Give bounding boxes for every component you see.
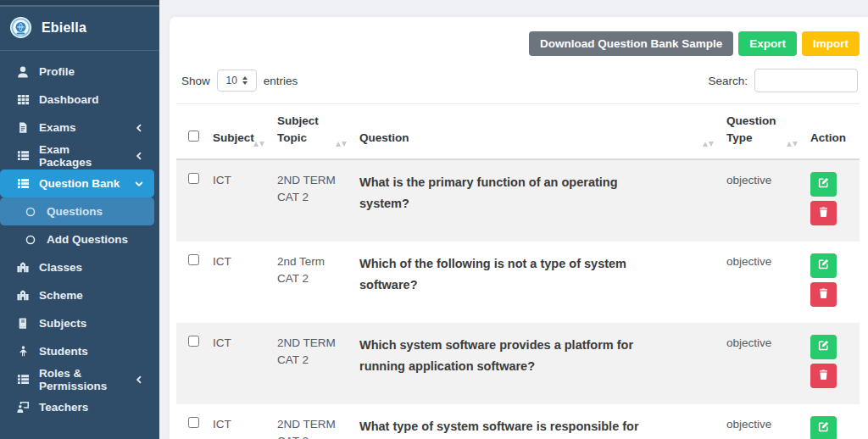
list-icon <box>16 149 30 163</box>
sidebar-item-teachers[interactable]: Teachers <box>0 393 154 421</box>
main-content: Download Question Bank Sample Export Imp… <box>159 0 868 439</box>
page-size-select[interactable]: 10 <box>217 69 257 92</box>
search-input[interactable] <box>754 69 858 92</box>
table-row: ICT 2ND TERM CAT 2 What type of system s… <box>176 404 860 439</box>
sidebar-item-profile[interactable]: Profile <box>0 58 154 86</box>
list-icon <box>16 177 30 191</box>
edit-icon <box>817 339 830 354</box>
circle-icon <box>24 233 37 247</box>
table-row: ICT 2nd Term CAT 2 Which of the followin… <box>176 242 860 323</box>
book-icon <box>16 317 30 331</box>
select-all-checkbox[interactable] <box>188 131 199 142</box>
search: Search: <box>708 69 858 92</box>
question-bank-card: Download Question Bank Sample Export Imp… <box>170 17 868 439</box>
export-button[interactable]: Export <box>738 31 797 56</box>
sidebar-item-label: Questions <box>47 205 103 218</box>
download-question-bank-sample-button[interactable]: Download Question Bank Sample <box>529 31 733 56</box>
file-icon <box>16 121 30 135</box>
edit-button[interactable] <box>810 253 837 278</box>
select-arrows-icon <box>242 76 248 85</box>
brand-name: Ebiella <box>42 20 86 36</box>
cell-subject: ICT <box>206 404 270 439</box>
sort-icon <box>787 142 798 147</box>
sidebar-item-add-questions[interactable]: Add Questions <box>0 225 154 253</box>
chevron-left-icon <box>134 375 144 385</box>
edit-icon <box>817 258 830 273</box>
sort-icon <box>336 142 347 147</box>
cell-question: What is the primary function of an opera… <box>353 159 720 242</box>
sidebar-nav: Profile Dashboard Exams Exam Packages <box>0 51 159 439</box>
school-icon <box>16 289 30 303</box>
cell-subject: ICT <box>206 323 270 404</box>
sidebar-item-dashboard[interactable]: Dashboard <box>0 86 154 114</box>
cell-question: Which system software provides a platfor… <box>353 323 720 404</box>
sidebar-item-label: Dashboard <box>39 93 99 106</box>
cell-question: What type of system software is responsi… <box>353 404 720 439</box>
sidebar-item-exam-packages[interactable]: Exam Packages <box>0 142 154 169</box>
sidebar-item-label: Scheme <box>39 289 83 302</box>
sidebar-item-label: Classes <box>39 261 82 274</box>
header-subject-topic[interactable]: Subject Topic <box>270 104 353 159</box>
page-size-value: 10 <box>226 75 237 86</box>
import-button[interactable]: Import <box>802 31 860 56</box>
edit-button[interactable] <box>810 335 837 359</box>
table-row: ICT 2ND TERM CAT 2 Which system software… <box>176 323 860 404</box>
brand[interactable]: Ebiella <box>0 7 159 51</box>
row-checkbox[interactable] <box>188 336 199 347</box>
entries-label: entries <box>264 75 298 87</box>
sidebar-item-subjects[interactable]: Subjects <box>0 309 154 337</box>
delete-button[interactable] <box>810 201 837 225</box>
cell-subject-topic: 2ND TERM CAT 2 <box>270 323 353 404</box>
cell-question-type: objective <box>720 323 804 404</box>
cell-subject-topic: 2nd Term CAT 2 <box>270 242 353 323</box>
cell-question-type: objective <box>720 242 804 323</box>
trash-icon <box>818 206 829 220</box>
sidebar-item-label: Add Questions <box>47 233 128 246</box>
user-icon <box>16 65 30 79</box>
sidebar-item-students[interactable]: Students <box>0 337 154 365</box>
child-icon <box>16 345 30 358</box>
circle-icon <box>24 205 37 219</box>
header-question-type[interactable]: Question Type <box>720 104 804 159</box>
search-label: Search: <box>708 75 748 87</box>
sidebar-item-scheme[interactable]: Scheme <box>0 281 154 309</box>
sidebar-item-label: Roles & Permissions <box>39 367 125 392</box>
sidebar-item-label: Teachers <box>39 401 88 414</box>
ebiella-logo-icon <box>9 16 32 39</box>
select-all-header <box>176 104 206 159</box>
delete-button[interactable] <box>810 364 837 388</box>
delete-button[interactable] <box>810 282 837 307</box>
sort-icon <box>253 142 264 147</box>
cell-subject: ICT <box>206 242 270 323</box>
sidebar-item-question-bank[interactable]: Question Bank <box>0 169 154 197</box>
sidebar-item-label: Students <box>39 345 88 358</box>
sidebar-item-exams[interactable]: Exams <box>0 114 154 142</box>
edit-button[interactable] <box>810 172 837 197</box>
grid-icon <box>16 93 30 107</box>
trash-icon <box>818 369 829 383</box>
edit-button[interactable] <box>810 416 837 439</box>
chevron-down-icon <box>134 179 144 189</box>
cell-question: Which of the following is not a type of … <box>353 242 720 323</box>
header-subject[interactable]: Subject <box>206 104 270 159</box>
questions-table: Subject Subject Topic Question Question … <box>176 103 860 439</box>
sidebar-item-classes[interactable]: Classes <box>0 253 154 281</box>
header-question[interactable]: Question <box>353 104 720 159</box>
sidebar-item-questions[interactable]: Questions <box>0 197 154 225</box>
edit-icon <box>817 420 830 436</box>
toolbar: Download Question Bank Sample Export Imp… <box>176 31 860 56</box>
sidebar-item-label: Profile <box>39 65 75 78</box>
list-icon <box>16 373 30 386</box>
cell-subject: ICT <box>206 159 270 242</box>
cell-question-type: objective <box>720 404 804 439</box>
row-checkbox[interactable] <box>188 173 199 184</box>
sidebar-item-label: Question Bank <box>39 177 120 190</box>
row-checkbox[interactable] <box>188 254 199 265</box>
sidebar-item-label: Subjects <box>39 317 86 330</box>
row-checkbox[interactable] <box>188 417 199 428</box>
show-entries: Show 10 entries <box>181 69 298 92</box>
edit-icon <box>817 176 830 192</box>
teacher-icon <box>16 401 30 414</box>
trash-icon <box>818 287 829 302</box>
sidebar-item-roles-permissions[interactable]: Roles & Permissions <box>0 365 154 393</box>
